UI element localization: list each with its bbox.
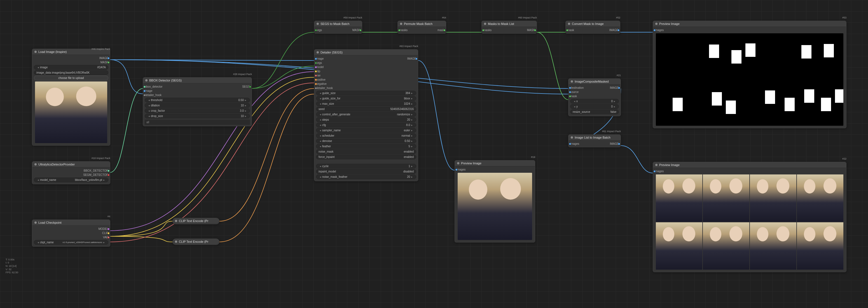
widget-sampler-name[interactable]: ◂sampler_nameeuler▸ xyxy=(316,128,416,133)
node-preview-53[interactable]: Preview Image images xyxy=(653,21,846,128)
widget-force-inpaint[interactable]: force_inpaintenabled xyxy=(316,155,416,159)
collapse-dot[interactable] xyxy=(655,164,657,166)
collapse-dot[interactable] xyxy=(34,51,37,53)
port-image-out[interactable] xyxy=(617,29,620,31)
port-segm-out[interactable] xyxy=(107,174,110,176)
port-clip-in[interactable] xyxy=(315,70,317,72)
widget-image[interactable]: ◂image#DATA xyxy=(34,65,108,70)
widget-drop-size[interactable]: ◂drop_size10▸ xyxy=(145,114,250,118)
collapse-dot[interactable] xyxy=(571,80,573,83)
node-title[interactable]: SEGS to Mask Batch xyxy=(314,21,362,27)
port-images-in[interactable] xyxy=(653,170,656,173)
port-src-in[interactable] xyxy=(569,91,571,93)
widget-crop-factor[interactable]: ◂crop_factor3.0▸ xyxy=(145,109,250,113)
arrow-right-icon[interactable]: ▸ xyxy=(410,102,414,105)
node-clip-text-encode-pos[interactable]: CLIP Text Encode (Pr xyxy=(173,218,219,224)
widget-noise-mask[interactable]: noise_maskenabled xyxy=(316,149,416,154)
port-clip-out[interactable] xyxy=(107,232,110,234)
arrow-left-icon[interactable]: ◂ xyxy=(318,129,322,132)
arrow-left-icon[interactable]: ◂ xyxy=(318,134,322,137)
port-image-in[interactable] xyxy=(315,57,317,60)
port-segs-in[interactable] xyxy=(315,29,317,31)
collapse-dot[interactable] xyxy=(34,163,37,165)
collapse-dot[interactable] xyxy=(400,23,402,25)
arrow-right-icon[interactable]: ▸ xyxy=(410,92,414,95)
arrow-right-icon[interactable]: ▸ xyxy=(410,145,414,148)
node-title[interactable]: Image List to Image Batch xyxy=(568,135,621,141)
port-vae-out[interactable] xyxy=(107,236,110,239)
port-image-out[interactable] xyxy=(618,143,620,145)
port-bbox-in[interactable] xyxy=(143,85,146,88)
port-image-in[interactable] xyxy=(143,90,146,92)
collapse-dot[interactable] xyxy=(317,51,319,54)
port-segs-out[interactable] xyxy=(249,85,251,88)
collapse-dot[interactable] xyxy=(175,241,177,243)
port-masks-in[interactable] xyxy=(482,29,485,31)
node-bbox-detector[interactable]: BBOX Detector (SEGS) bbox_detectorSEGS i… xyxy=(143,77,252,126)
widget-max-size[interactable]: ◂max_size1024▸ xyxy=(316,101,416,106)
widget-labels[interactable]: all xyxy=(145,120,250,125)
node-preview-22[interactable]: Preview Image images xyxy=(653,162,846,272)
arrow-right-icon[interactable]: ▸ xyxy=(410,140,414,143)
port-mask-in[interactable] xyxy=(569,95,571,97)
port-positive-in[interactable] xyxy=(315,79,317,81)
port-hook-in[interactable] xyxy=(143,94,146,96)
widget-guide-size[interactable]: ◂guide_size384▸ xyxy=(316,91,416,95)
node-title[interactable]: Preview Image xyxy=(653,162,846,168)
arrow-left-icon[interactable]: ◂ xyxy=(318,140,322,143)
node-masks-to-list[interactable]: Masks to Mask List masksMASK xyxy=(482,21,537,34)
node-permute-mask[interactable]: Permute Mask Batch masksmask xyxy=(398,21,446,34)
port-masks-in[interactable] xyxy=(398,29,401,31)
node-load-checkpoint[interactable]: Load Checkpoint MODEL CLIP VAE ◂ckpt_nam… xyxy=(32,219,110,247)
port-image-out[interactable] xyxy=(415,57,417,60)
port-hook-in[interactable] xyxy=(315,87,317,89)
choose-file-button[interactable]: choose file to upload xyxy=(34,75,108,80)
port-segs-in[interactable] xyxy=(315,62,317,64)
node-convert-mask[interactable]: Convert Mask to Image maskIMAGE xyxy=(565,21,620,34)
collapse-dot[interactable] xyxy=(34,221,37,224)
arrow-left-icon[interactable]: ◂ xyxy=(318,123,322,127)
widget-cfg[interactable]: ◂cfg8.0▸ xyxy=(316,123,416,127)
port-model-in[interactable] xyxy=(315,66,317,68)
arrow-left-icon[interactable]: ◂ xyxy=(318,118,322,121)
widget-model-name[interactable]: ◂model_namebbox/face_yolov8m.pt▸ xyxy=(34,178,108,182)
arrow-right-icon[interactable]: ▸ xyxy=(410,113,414,116)
widget-scheduler[interactable]: ◂schedulernormal▸ xyxy=(316,133,416,138)
arrow-left-icon[interactable]: ◂ xyxy=(318,102,322,105)
node-preview-19[interactable]: Preview Image images xyxy=(455,160,535,243)
arrow-left-icon[interactable]: ◂ xyxy=(36,66,40,69)
collapse-dot[interactable] xyxy=(571,136,573,138)
arrow-left-icon[interactable]: ◂ xyxy=(318,92,322,95)
port-images-in[interactable] xyxy=(569,143,571,145)
node-title[interactable]: Masks to Mask List xyxy=(482,21,536,27)
port-bbox-out[interactable] xyxy=(107,170,110,172)
port-mask-out[interactable] xyxy=(359,29,362,31)
arrow-right-icon[interactable]: ▸ xyxy=(410,165,414,168)
widget-noise-mask-feather[interactable]: ◂noise_mask_feather20▸ xyxy=(316,175,416,179)
node-title[interactable]: Permute Mask Batch xyxy=(398,21,446,27)
arrow-right-icon[interactable]: ▸ xyxy=(410,97,414,100)
port-model-out[interactable] xyxy=(107,228,110,230)
port-mask-in[interactable] xyxy=(566,29,568,31)
arrow-right-icon[interactable]: ▸ xyxy=(410,123,414,127)
collapse-dot[interactable] xyxy=(484,23,486,25)
arrow-right-icon[interactable]: ▸ xyxy=(410,118,414,121)
node-image-list-batch[interactable]: Image List to Image Batch imagesIMAGE xyxy=(568,134,621,147)
node-title[interactable]: BBOX Detector (SEGS) xyxy=(143,78,252,84)
node-title[interactable]: Preview Image xyxy=(455,160,535,166)
widget-dilation[interactable]: ◂dilation10▸ xyxy=(145,103,250,108)
arrow-right-icon[interactable]: ▸ xyxy=(102,241,106,244)
widget-guide-size-for[interactable]: ◂guide_size_forbbox▸ xyxy=(316,96,416,101)
node-title[interactable]: CLIP Text Encode (Pr xyxy=(173,239,219,245)
widget-threshold[interactable]: ◂threshold0.50▸ xyxy=(145,98,250,102)
node-detailer[interactable]: Detailer (SEGS) imageIMAGE segs model cl… xyxy=(314,49,418,181)
arrow-left-icon[interactable]: ◂ xyxy=(318,113,322,116)
node-title[interactable]: Convert Mask to Image xyxy=(566,21,620,27)
port-vae-in[interactable] xyxy=(315,74,317,77)
node-title[interactable]: Detailer (SEGS) xyxy=(314,50,418,56)
widget-inpaint-model[interactable]: inpaint_modeldisabled xyxy=(316,169,416,174)
collapse-dot[interactable] xyxy=(145,79,148,82)
widget-denoise[interactable]: ◂denoise0.50▸ xyxy=(316,138,416,143)
widget-feather[interactable]: ◂feather5▸ xyxy=(316,144,416,149)
node-title[interactable]: Preview Image xyxy=(653,21,846,27)
